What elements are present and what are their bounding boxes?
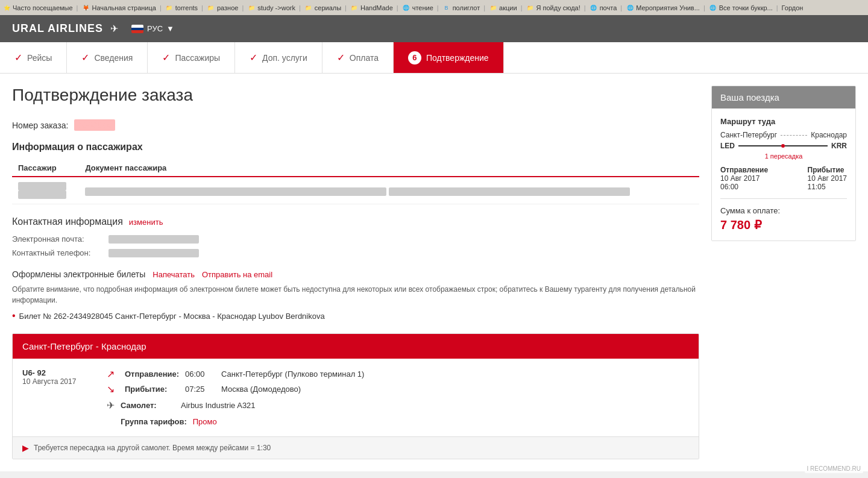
watermark: I RECOMMEND.RU: [805, 464, 863, 471]
tariff-value[interactable]: Промо: [193, 417, 217, 426]
arrival-label: Прибытие: [808, 166, 847, 174]
language-label: РУС: [147, 24, 163, 33]
route-line: [781, 135, 807, 136]
aircraft-value: Airbus Industrie A321: [181, 401, 256, 410]
route-content: U6- 92 10 Августа 2017 ↗ Отправление: 06…: [13, 359, 699, 436]
browser-tab-mail[interactable]: 🌐 почта: [590, 4, 617, 12]
order-label: Номер заказа:: [12, 121, 68, 130]
folder-icon: 📁: [304, 4, 313, 12]
browser-tab-bookpoints[interactable]: 🌐 Все точки буккр...: [709, 4, 773, 12]
browser-tab-frequently-visited[interactable]: ⭐ Часто посещаемые: [2, 4, 73, 12]
browser-tab-handmade[interactable]: 📁 HandMade: [350, 4, 393, 12]
arrival-time: 07:25: [185, 385, 215, 394]
iata-to: KRR: [831, 142, 847, 150]
phone-label: Контактный телефон:: [12, 248, 108, 257]
language-selector[interactable]: РУС ▼: [131, 24, 174, 33]
browser-tab-misc[interactable]: 📁 разное: [207, 4, 238, 12]
globe-icon: 🌐: [626, 4, 634, 12]
departure-time: 06:00: [720, 183, 768, 191]
browser-tab-events[interactable]: 🌐 Мероприятия Унив...: [626, 4, 700, 12]
site-wrapper: URAL AIRLINES ✈ РУС ▼ ✓ Рейсы ✓ Сведения…: [0, 15, 868, 471]
browser-tab-goto[interactable]: 📁 Я пойду сюда!: [526, 4, 580, 12]
aircraft-row: ✈ Самолет: Airbus Industrie A321: [107, 400, 689, 411]
departure-city: Санкт-Петербург (Пулково терминал 1): [221, 370, 364, 379]
step-flights[interactable]: ✓ Рейсы: [0, 42, 67, 73]
flag-icon: [131, 25, 143, 33]
check-icon: ✓: [162, 52, 170, 63]
email-ticket-link[interactable]: Отправить на email: [202, 270, 272, 279]
route-section: Санкт-Петербург - Краснодар U6- 92 10 Ав…: [12, 333, 699, 459]
step-info[interactable]: ✓ Сведения: [67, 42, 148, 73]
flight-details: ↗ Отправление: 06:00 Санкт-Петербург (Пу…: [107, 368, 689, 427]
email-value: [108, 235, 199, 244]
order-value: XXXXXX: [74, 119, 115, 131]
step-confirmation[interactable]: 6 Подтверждение: [394, 42, 504, 73]
arrival-time: 11:05: [808, 183, 847, 191]
plane-icon: ✈: [107, 400, 115, 411]
city-from: Санкт-Петербург: [720, 131, 777, 139]
trip-direction: Маршрут туда: [720, 117, 847, 126]
check-icon: ✓: [81, 52, 89, 63]
arrival-row: ↘ Прибытие: 07:25 Москва (Домодедово): [107, 383, 689, 395]
route-header: Санкт-Петербург - Краснодар: [13, 334, 699, 359]
passenger-document: [79, 177, 699, 204]
transfer-link[interactable]: 1 пересадка: [720, 153, 847, 160]
col-document: Документ пассажира: [79, 160, 699, 177]
step-extras[interactable]: ✓ Доп. услуги: [235, 42, 322, 73]
globe-icon: 🌐: [402, 4, 410, 12]
passenger-table: Пассажир Документ пассажира: [12, 160, 699, 204]
browser-tab-reading[interactable]: 🌐 чтение: [402, 4, 433, 12]
chevron-down-icon: ▼: [166, 24, 174, 33]
browser-tab-serials[interactable]: 📁 сериалы: [304, 4, 341, 12]
sidebar-card: Ваша поездка Маршрут туда Санкт-Петербур…: [711, 86, 856, 241]
check-icon: ✓: [250, 52, 257, 63]
firefox-icon: 🦊: [81, 4, 90, 12]
tariff-label: Группа тарифов:: [121, 417, 186, 426]
email-label: Электронная почта:: [12, 234, 108, 244]
passenger-section: Информация о пассажирах Пассажир Докумен…: [12, 142, 699, 204]
browser-tab-akcii[interactable]: 📁 акции: [489, 4, 517, 12]
step-payment[interactable]: ✓ Оплата: [322, 42, 394, 73]
tickets-header: Оформлены электронные билеты Напечатать …: [12, 269, 699, 279]
contact-title: Контактная информация: [12, 216, 123, 227]
check-icon: ✓: [337, 52, 345, 63]
order-number-row: Номер заказа: XXXXXX: [12, 119, 699, 131]
flight-info-left: U6- 92 10 Августа 2017: [22, 368, 95, 427]
browser-tab-polyglot[interactable]: В полиглот: [442, 4, 480, 12]
edit-contact-link[interactable]: изменить: [129, 218, 163, 227]
browser-tab-home[interactable]: 🦊 Начальная страница: [81, 4, 156, 12]
step-passengers[interactable]: ✓ Пассажиры: [148, 42, 235, 73]
ticket-item-text: Билет № 262-2434928045 Санкт-Петербург -…: [19, 312, 325, 321]
phone-value: [108, 249, 199, 257]
content-area: Подтверждение заказа Номер заказа: XXXXX…: [12, 86, 699, 459]
logo-text: URAL AIRLINES: [12, 22, 103, 35]
route-header-text: Санкт-Петербург - Краснодар: [22, 341, 146, 351]
arrival-col: Прибытие 10 Авг 2017 11:05: [808, 166, 847, 191]
browser-tab-torrents[interactable]: 📁 torrents: [165, 4, 198, 12]
aircraft-label: Самолет:: [121, 401, 175, 410]
departure-time: 06:00: [185, 370, 215, 379]
site-header: URAL AIRLINES ✈ РУС ▼: [0, 15, 868, 42]
folder-icon: 📁: [165, 4, 174, 12]
transfer-arrow-icon: ▶: [22, 443, 29, 453]
passenger-section-title: Информация о пассажирах: [12, 142, 699, 153]
logo-icon: ✈: [110, 23, 118, 34]
city-to: Краснодар: [811, 131, 847, 139]
browser-tab-study[interactable]: 📁 study ->work: [247, 4, 295, 12]
browser-tab-gordon[interactable]: Гордон: [782, 4, 804, 11]
col-passenger: Пассажир: [12, 160, 79, 177]
print-link[interactable]: Напечатать: [153, 270, 195, 279]
payment-amount: 7 780 ₽: [720, 218, 847, 232]
departure-date: 10 Авг 2017: [720, 174, 768, 183]
departure-col: Отправление 10 Авг 2017 06:00: [720, 166, 768, 191]
flight-date: 10 Августа 2017: [22, 377, 95, 386]
arrival-city: Москва (Домодедово): [221, 385, 301, 394]
folder-icon: 📁: [489, 4, 497, 12]
main-content: Подтверждение заказа Номер заказа: XXXXX…: [0, 74, 868, 471]
browser-bar: ⭐ Часто посещаемые | 🦊 Начальная страниц…: [0, 0, 868, 15]
iata-row: LED KRR: [720, 142, 847, 150]
departure-arrival: Отправление 10 Авг 2017 06:00 Прибытие 1…: [720, 166, 847, 191]
iata-dots: [738, 144, 828, 148]
tickets-label: Оформлены электронные билеты: [12, 269, 145, 279]
payment-label: Сумма к оплате:: [720, 206, 847, 215]
